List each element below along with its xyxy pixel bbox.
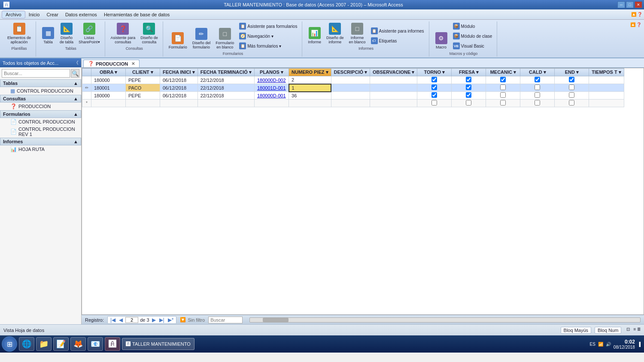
sidebar-item-control-produccion-table[interactable]: ▦ CONTROL PRODUCCION xyxy=(0,87,81,95)
chk-fresa-new[interactable] xyxy=(466,100,471,106)
cell-planos-3[interactable]: 180000D-001 xyxy=(254,92,289,100)
btn-diseno-informe[interactable]: 📐 Diseño deinforme xyxy=(324,21,346,45)
btn-asistente-formularios[interactable]: 📋 Asistente para formularios xyxy=(237,21,299,31)
taskbar-window-access[interactable]: 🅰 TALLER MANTENIMIENTO xyxy=(122,338,194,350)
cell-num-piez-2[interactable]: 1 xyxy=(289,84,331,92)
cell-obs-3[interactable] xyxy=(370,92,417,100)
chk-torno-1[interactable] xyxy=(431,77,437,82)
btn-modulo[interactable]: 📦 Módulo xyxy=(451,21,495,31)
cell-obra-new[interactable] xyxy=(91,100,126,107)
chk-mecanica-new[interactable] xyxy=(500,100,506,106)
cell-fecha-ini-new[interactable] xyxy=(160,100,198,107)
cell-desc-new[interactable] xyxy=(331,100,370,107)
sidebar-section-tablas[interactable]: Tablas ▲ xyxy=(0,79,81,87)
cell-end-2[interactable] xyxy=(555,84,589,92)
col-numero-piez[interactable]: NUMERO PIEZ ▾ xyxy=(289,69,331,76)
cell-fresa-1[interactable] xyxy=(452,76,486,84)
chk-torno-new[interactable] xyxy=(431,100,437,106)
chk-cald-new[interactable] xyxy=(535,100,540,106)
cell-desc-3[interactable] xyxy=(331,92,370,100)
btn-tabla[interactable]: ▦ Tabla xyxy=(39,26,57,45)
search-button[interactable]: 🔍 xyxy=(71,69,79,78)
nav-first-btn[interactable]: |◀ xyxy=(109,317,116,323)
cell-fresa-new[interactable] xyxy=(452,100,486,107)
sidebar-section-formularios[interactable]: Formularios ▲ xyxy=(0,110,81,118)
sidebar-item-control-produccion-form[interactable]: 📄 CONTROL PRODUCCION xyxy=(0,118,81,126)
cell-client-2[interactable]: PACO xyxy=(126,84,160,92)
sidebar-item-produccion-query[interactable]: ❓ PRODUCCION xyxy=(0,103,81,110)
search-box[interactable] xyxy=(208,317,243,323)
close-button[interactable]: ✕ xyxy=(635,1,642,8)
chk-fresa-3[interactable] xyxy=(466,92,471,98)
cell-planos-2[interactable]: 180001D-001 xyxy=(254,84,289,92)
taskbar-access[interactable]: 🅰 xyxy=(105,337,120,351)
btn-elementos-aplicacion[interactable]: 📋 Elementos deaplicación xyxy=(5,21,33,45)
cell-end-new[interactable] xyxy=(555,100,589,107)
col-mecanica[interactable]: MECANIC ▾ xyxy=(486,69,520,76)
minimize-button[interactable]: ─ xyxy=(617,1,625,8)
data-table-wrapper[interactable]: OBRA ▾ CLIENT ▾ FECHA INICI ▾ FECHA TERM… xyxy=(82,68,644,315)
col-fecha-term[interactable]: FECHA TERMINACIÓ ▾ xyxy=(197,69,254,76)
start-button[interactable]: ⊞ xyxy=(2,336,17,352)
cell-mecanica-1[interactable] xyxy=(486,76,520,84)
cell-torno-1[interactable] xyxy=(417,76,452,84)
cell-num-piez-3[interactable]: 36 xyxy=(289,92,331,100)
ribbon-collapse-btn[interactable]: 🔼 xyxy=(630,22,635,27)
cell-planos-new[interactable] xyxy=(254,100,289,107)
cell-obs-2[interactable] xyxy=(370,84,417,92)
col-client[interactable]: CLIENT ▾ xyxy=(126,69,160,76)
chk-cald-3[interactable] xyxy=(535,92,540,98)
nav-new-btn[interactable]: ▶* xyxy=(167,317,175,323)
btn-macro[interactable]: ⚙ Macro xyxy=(433,31,450,51)
col-fecha-ini[interactable]: FECHA INICI ▾ xyxy=(160,69,198,76)
menu-archivo[interactable]: Archivo xyxy=(2,11,25,18)
btn-asistente-consultas[interactable]: ❓ Asistente paraconsultas xyxy=(109,21,138,45)
nav-prev-btn[interactable]: ◀ xyxy=(118,317,124,323)
col-descripcion[interactable]: DESCRIPCIÓ ▾ xyxy=(331,69,370,76)
chk-end-new[interactable] xyxy=(569,100,574,106)
cell-fecha-term-new[interactable] xyxy=(197,100,254,107)
cell-cald-1[interactable] xyxy=(520,76,555,84)
cell-desc-2[interactable] xyxy=(331,84,370,92)
cell-tiempos-new[interactable] xyxy=(589,100,624,107)
restore-button[interactable]: □ xyxy=(626,1,634,8)
chk-mecanica-2[interactable] xyxy=(500,84,506,90)
chk-cald-1[interactable] xyxy=(535,77,540,82)
btn-navegacion[interactable]: 🧭 Navegación ▾ xyxy=(237,31,299,41)
col-end[interactable]: END ▾ xyxy=(555,69,589,76)
menu-crear[interactable]: Crear xyxy=(43,11,62,18)
cell-torno-3[interactable] xyxy=(417,92,452,100)
cell-fresa-3[interactable] xyxy=(452,92,486,100)
chk-fresa-2[interactable] xyxy=(466,84,471,90)
btn-etiquetas[interactable]: 🏷 Etiquetas xyxy=(369,36,426,45)
taskbar-outlook[interactable]: 📧 xyxy=(88,337,103,351)
btn-formulario-blanco[interactable]: □ Formularioen blanco xyxy=(213,27,236,51)
cell-num-piez-new[interactable] xyxy=(289,100,331,107)
col-fresa[interactable]: FRESA ▾ xyxy=(452,69,486,76)
chk-mecanica-3[interactable] xyxy=(500,92,506,98)
taskbar-notepad[interactable]: 📝 xyxy=(53,337,69,351)
cell-fresa-2[interactable] xyxy=(452,84,486,92)
btn-informe[interactable]: 📊 Informe xyxy=(306,26,323,45)
cell-mecanica-2[interactable] xyxy=(486,84,520,92)
btn-formulario[interactable]: 📄 Formulario xyxy=(167,31,189,51)
cell-obra-2[interactable]: 180001 xyxy=(91,84,126,92)
cell-fecha-term-1[interactable]: 22/12/2018 xyxy=(197,76,254,84)
chk-torno-2[interactable] xyxy=(431,84,437,90)
btn-diseno-tabla[interactable]: 📐 Diseñode tabla xyxy=(58,21,76,45)
sidebar-section-informes[interactable]: Informes ▲ xyxy=(0,138,81,145)
sidebar-collapse-btn[interactable]: 《 xyxy=(74,60,79,66)
cell-obra-1[interactable]: 180000 xyxy=(91,76,126,84)
btn-asistente-informes[interactable]: 📋 Asistente para informes xyxy=(369,26,426,36)
cell-tiempos-2[interactable] xyxy=(589,84,624,92)
cell-num-piez-1[interactable]: 2 xyxy=(289,76,331,84)
sidebar-item-control-produccion-rev1-form[interactable]: 📄 CONTROL PRODUCCION REV 1 xyxy=(0,126,81,138)
cell-cald-3[interactable] xyxy=(520,92,555,100)
cell-desc-1[interactable] xyxy=(331,76,370,84)
cell-end-1[interactable] xyxy=(555,76,589,84)
cell-client-3[interactable]: PEPE xyxy=(126,92,160,100)
search-input[interactable] xyxy=(2,69,70,78)
cell-fecha-ini-1[interactable]: 06/12/2018 xyxy=(160,76,198,84)
btn-visual-basic[interactable]: VB Visual Basic xyxy=(451,41,495,51)
chk-end-1[interactable] xyxy=(569,77,574,82)
